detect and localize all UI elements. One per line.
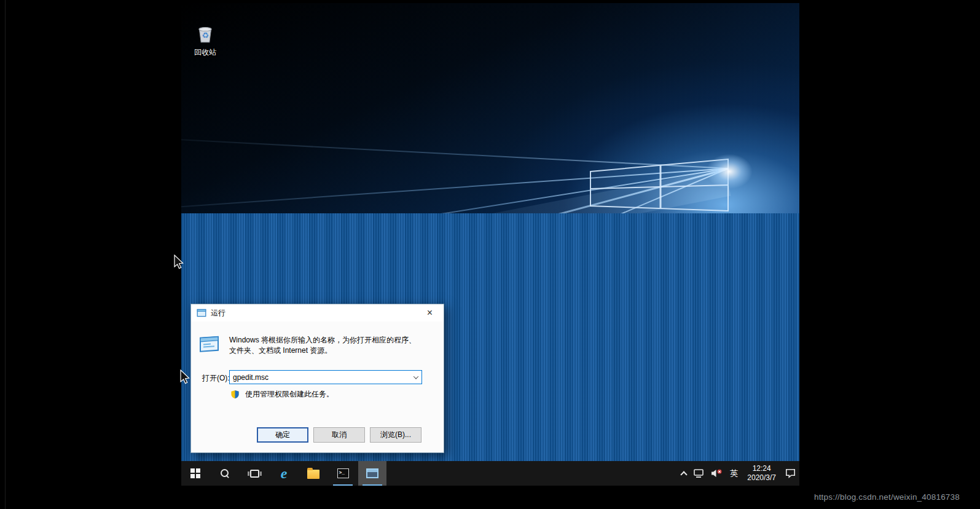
remote-desktop: ♻ 回收站 运行 × Windows 将根据你所输入的名称，为你打开相应的程序、…	[181, 3, 799, 486]
run-dialog-buttons: 确定 取消 浏览(B)...	[257, 427, 421, 443]
chevron-up-icon	[681, 471, 688, 478]
run-open-input[interactable]	[230, 371, 410, 384]
action-center-button[interactable]	[782, 461, 799, 486]
ok-button[interactable]: 确定	[257, 427, 308, 443]
run-dialog-titlebar[interactable]: 运行 ×	[191, 304, 444, 322]
desktop-wallpaper	[181, 3, 799, 213]
network-status[interactable]	[690, 461, 707, 486]
taskbar-item-file-explorer[interactable]	[299, 461, 327, 486]
tray-expand-button[interactable]	[678, 461, 690, 486]
action-center-icon	[785, 468, 796, 478]
recycle-bin-shortcut[interactable]: ♻ 回收站	[187, 23, 223, 58]
volume-muted-icon	[711, 469, 723, 478]
admin-note-row: 使用管理权限创建此任务。	[230, 389, 334, 400]
recycle-symbol-icon: ♻	[202, 31, 209, 39]
chevron-down-icon[interactable]	[410, 371, 421, 384]
taskbar-clock[interactable]: 12:24 2020/3/7	[742, 461, 782, 486]
run-icon	[198, 334, 221, 354]
light-flare	[699, 148, 760, 195]
taskbar-search-button[interactable]	[211, 461, 239, 486]
taskbar-item-run-window[interactable]	[358, 461, 386, 486]
browse-button[interactable]: 浏览(B)...	[370, 427, 421, 443]
cancel-button[interactable]: 取消	[313, 427, 365, 443]
system-tray: 英 12:24 2020/3/7	[678, 461, 799, 486]
screen-edge-line	[5, 0, 6, 509]
taskbar-item-command-prompt[interactable]: >_	[329, 461, 357, 486]
clock-time: 12:24	[753, 464, 771, 473]
clock-date: 2020/3/7	[747, 473, 776, 483]
taskbar-apps: e >_	[181, 461, 386, 486]
run-dialog: 运行 × Windows 将根据你所输入的名称，为你打开相应的程序、 文件夹、文…	[190, 304, 444, 453]
close-icon[interactable]: ×	[416, 304, 444, 322]
uac-shield-icon	[230, 390, 240, 399]
ime-indicator[interactable]: 英	[726, 461, 742, 486]
run-dialog-title: 运行	[211, 308, 225, 318]
admin-note-text: 使用管理权限创建此任务。	[245, 389, 334, 400]
volume-status[interactable]	[707, 461, 726, 486]
task-view-button[interactable]	[240, 461, 269, 486]
csdn-watermark: https://blog.csdn.net/weixin_40816738	[814, 492, 960, 502]
task-view-icon	[250, 470, 259, 478]
run-open-combobox[interactable]	[229, 370, 422, 384]
recycle-bin-label: 回收站	[187, 47, 223, 58]
run-window-icon	[366, 468, 378, 478]
network-icon	[694, 469, 704, 478]
internet-explorer-icon: e	[281, 466, 288, 481]
windows-start-icon	[190, 468, 200, 478]
run-dialog-description: Windows 将根据你所输入的名称，为你打开相应的程序、 文件夹、文档或 In…	[229, 335, 429, 356]
search-icon	[220, 468, 230, 478]
run-dialog-icon	[197, 309, 206, 317]
open-label: 打开(O):	[202, 373, 230, 384]
folder-icon	[307, 470, 319, 479]
start-button[interactable]	[181, 461, 210, 486]
taskbar: e >_	[181, 461, 799, 486]
taskbar-item-internet-explorer[interactable]: e	[270, 461, 298, 486]
command-prompt-icon: >_	[337, 468, 349, 478]
